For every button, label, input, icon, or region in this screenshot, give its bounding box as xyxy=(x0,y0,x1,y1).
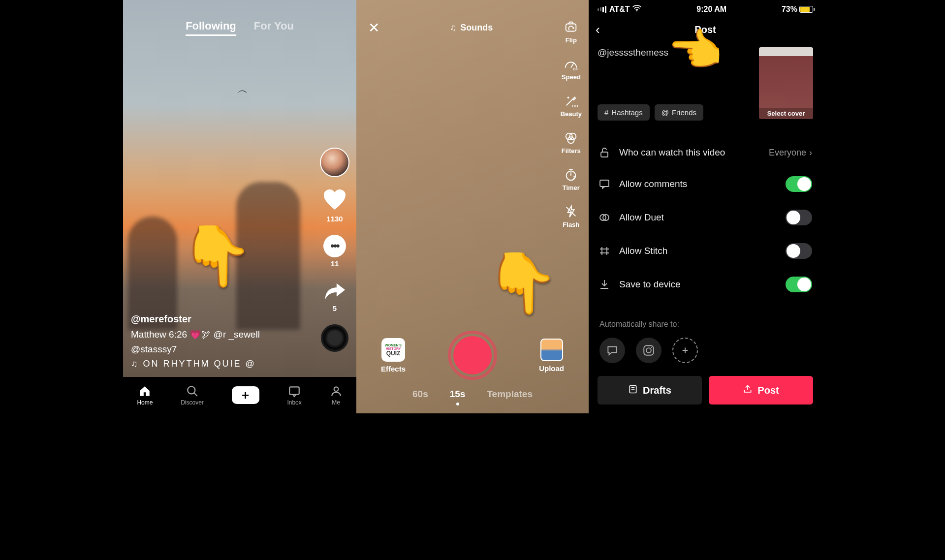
svg-rect-2 xyxy=(289,387,299,394)
duet-toggle[interactable] xyxy=(786,210,812,225)
share-message[interactable] xyxy=(599,338,625,363)
record-inner-icon xyxy=(453,336,492,374)
sounds-button[interactable]: ♫ Sounds xyxy=(450,23,493,33)
sound-marquee[interactable]: ♫ ON RHYTHM QUIE @ xyxy=(131,359,260,369)
video-tag[interactable]: @stasssy7 xyxy=(131,344,260,355)
timer-icon: 3 xyxy=(564,167,578,182)
caption-input[interactable]: @jessssthemess xyxy=(598,47,668,58)
comment-count: 11 xyxy=(331,259,339,268)
stitch-toggle[interactable] xyxy=(786,243,812,259)
filters-button[interactable]: Filters xyxy=(562,130,581,155)
post-settings: Who can watch this video Everyone› Allow… xyxy=(589,138,822,301)
share-add[interactable] xyxy=(672,338,698,363)
duration-60s[interactable]: 60s xyxy=(412,389,428,400)
tutorial-pointer-1: 👇 xyxy=(180,221,253,290)
share-label: Automatically share to: xyxy=(599,320,679,329)
share-count: 5 xyxy=(333,304,337,312)
comment-button[interactable]: ••• 11 xyxy=(323,235,346,268)
flip-icon xyxy=(564,20,578,34)
feed-screen: Following For You ︵ 1130 ••• 11 5 xyxy=(123,0,356,413)
lock-icon xyxy=(598,147,610,158)
home-icon xyxy=(138,385,151,398)
comments-toggle[interactable] xyxy=(786,176,812,192)
tab-for-you[interactable]: For You xyxy=(254,20,294,36)
comments-row: Allow comments xyxy=(589,167,822,201)
nav-home[interactable]: Home xyxy=(137,385,153,406)
upload-button[interactable]: Upload xyxy=(539,339,564,373)
nav-me[interactable]: Me xyxy=(330,385,343,406)
hash-icon: # xyxy=(604,108,608,117)
drafts-button[interactable]: Drafts xyxy=(598,376,702,404)
svg-text:OFF: OFF xyxy=(573,67,578,71)
svg-line-1 xyxy=(194,393,197,396)
timer-button[interactable]: 3 Timer xyxy=(563,167,580,191)
stitch-icon xyxy=(598,245,610,257)
creator-username[interactable]: @merefoster xyxy=(131,313,260,325)
nav-create[interactable]: + xyxy=(232,386,259,404)
duration-templates[interactable]: Templates xyxy=(487,389,533,400)
duration-selector[interactable]: 60s 15s Templates xyxy=(412,389,533,400)
tab-following[interactable]: Following xyxy=(186,20,236,36)
svg-point-10 xyxy=(568,137,574,143)
post-button[interactable]: Post xyxy=(709,376,813,404)
select-cover-label: Select cover xyxy=(759,108,813,119)
like-count: 1130 xyxy=(326,215,343,223)
save-row: Save to device xyxy=(589,268,822,301)
wifi-icon xyxy=(632,5,641,14)
speed-icon: OFF xyxy=(564,57,578,71)
cover-thumbnail[interactable]: Select cover xyxy=(759,47,813,119)
comment-icon: ••• xyxy=(323,235,346,257)
post-icon xyxy=(743,384,753,397)
battery-pct: 73% xyxy=(782,5,797,14)
svg-point-24 xyxy=(651,347,652,348)
svg-point-16 xyxy=(636,10,637,11)
filters-icon xyxy=(564,130,578,145)
beauty-icon: OFF xyxy=(564,93,578,108)
video-meta: @merefoster Matthew 6:26 💗🕊 @r _sewell @… xyxy=(131,313,260,369)
music-note-icon: ♫ xyxy=(450,23,457,33)
bird-silhouette: ︵ xyxy=(237,83,248,97)
chevron-right-icon: › xyxy=(809,148,812,158)
stitch-row: Allow Stitch xyxy=(589,234,822,268)
creator-avatar[interactable] xyxy=(320,148,349,177)
effects-button[interactable]: WOMEN'S HISTORY QUIZ Effects xyxy=(381,338,406,373)
battery-icon xyxy=(799,6,813,13)
svg-rect-17 xyxy=(601,152,608,157)
side-action-rail: 1130 ••• 11 5 xyxy=(320,148,349,352)
svg-rect-18 xyxy=(600,180,609,187)
nav-inbox[interactable]: Inbox xyxy=(287,385,301,406)
back-button[interactable]: ‹ xyxy=(596,22,600,37)
duet-icon xyxy=(598,212,610,223)
privacy-row[interactable]: Who can watch this video Everyone› xyxy=(589,138,822,167)
svg-rect-21 xyxy=(602,249,607,253)
close-button[interactable]: ✕ xyxy=(368,20,379,36)
duet-row: Allow Duet xyxy=(589,201,822,234)
record-button[interactable] xyxy=(448,331,497,380)
flip-button[interactable]: Flip xyxy=(564,20,578,44)
speed-button[interactable]: OFF Speed xyxy=(562,57,581,81)
video-caption: Matthew 6:26 💗🕊 @r _sewell xyxy=(131,329,260,340)
signal-icon xyxy=(598,6,606,13)
save-toggle[interactable] xyxy=(786,277,812,292)
tutorial-pointer-2: 👇 xyxy=(485,249,559,317)
bottom-nav: Home Discover + Inbox Me xyxy=(123,377,356,413)
status-bar: AT&T 9:20 AM 73% xyxy=(589,5,822,14)
feed-tabs: Following For You xyxy=(186,20,294,36)
friends-chip[interactable]: @Friends xyxy=(655,104,703,121)
carrier-label: AT&T xyxy=(609,5,630,14)
duration-15s[interactable]: 15s xyxy=(450,389,466,400)
profile-icon xyxy=(330,385,343,398)
svg-point-3 xyxy=(334,387,338,391)
sound-title: ON RHYTHM QUIE @ xyxy=(143,359,256,369)
hashtags-chip[interactable]: #Hashtags xyxy=(598,104,650,121)
like-button[interactable]: 1130 xyxy=(323,189,346,223)
sound-disc[interactable] xyxy=(321,324,348,352)
search-icon xyxy=(186,385,199,398)
beauty-button[interactable]: OFF Beauty xyxy=(561,93,582,118)
share-instagram[interactable] xyxy=(636,338,662,363)
heart-icon xyxy=(323,189,346,213)
svg-rect-22 xyxy=(644,345,654,355)
share-button[interactable]: 5 xyxy=(323,280,346,312)
nav-discover[interactable]: Discover xyxy=(181,385,204,406)
flash-button[interactable]: Flash xyxy=(563,204,579,228)
